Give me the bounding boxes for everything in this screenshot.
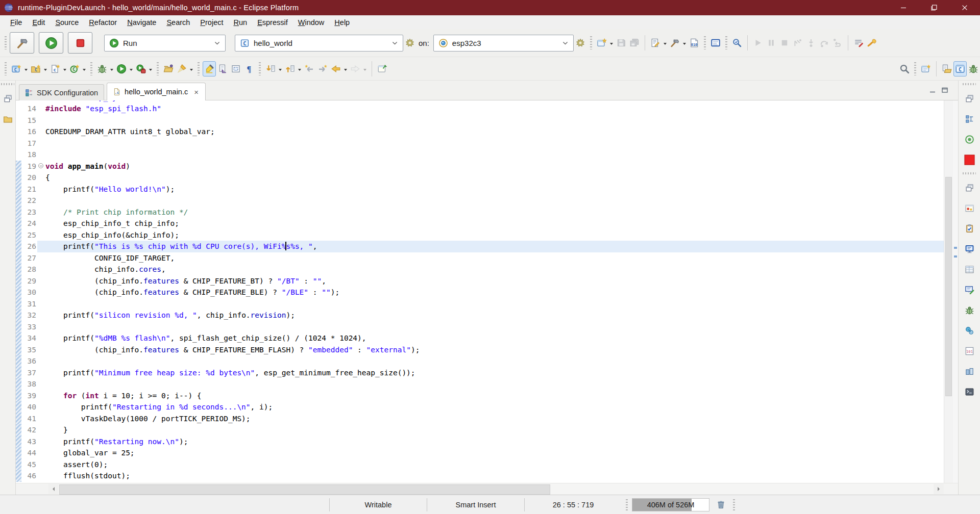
mark-occurrences-icon[interactable] bbox=[203, 61, 216, 76]
code-line-33[interactable]: 33 bbox=[16, 321, 944, 333]
maximize-button[interactable] bbox=[919, 0, 949, 15]
code-line-20[interactable]: 20{ bbox=[16, 172, 944, 184]
code-line-body[interactable]: printf("%dMB %s flash\n", spi_flash_get_… bbox=[37, 332, 944, 344]
code-line-body[interactable] bbox=[37, 149, 944, 161]
dropdown-arrow-icon[interactable] bbox=[42, 61, 48, 76]
code-line-body[interactable]: printf("This is %s chip with %d CPU core… bbox=[37, 241, 944, 252]
code-line-body[interactable]: (chip_info.features & CHIP_FEATURE_BT) ?… bbox=[37, 275, 944, 287]
last-edit-location-icon[interactable] bbox=[216, 61, 229, 76]
search-icon[interactable] bbox=[898, 61, 911, 76]
code-line-25[interactable]: 25 esp_chip_info(&chip_info); bbox=[16, 229, 944, 241]
code-line-45[interactable]: 45 assert(0); bbox=[16, 459, 944, 471]
code-line-42[interactable]: 42 } bbox=[16, 424, 944, 436]
code-line-27[interactable]: 27 CONFIG_IDF_TARGET, bbox=[16, 252, 944, 264]
menu-item-help[interactable]: Help bbox=[329, 18, 355, 27]
code-line-18[interactable]: 18 bbox=[16, 149, 944, 161]
build-project-button[interactable] bbox=[10, 32, 34, 54]
last-edit-forward-icon[interactable] bbox=[316, 61, 329, 76]
dropdown-arrow-icon[interactable] bbox=[608, 35, 615, 50]
code-line-body[interactable]: printf("Restarting in %d seconds...\n", … bbox=[37, 401, 944, 413]
search-torch-icon[interactable] bbox=[175, 61, 188, 76]
restore-views-bottom-button[interactable] bbox=[963, 180, 976, 195]
open-console-icon[interactable] bbox=[709, 35, 722, 50]
menu-item-refactor[interactable]: Refactor bbox=[84, 18, 122, 27]
code-line-23[interactable]: 23 /* Print chip information */ bbox=[16, 207, 944, 218]
launch-run-button[interactable] bbox=[39, 32, 63, 54]
debug-view-button[interactable] bbox=[963, 302, 976, 318]
build-configuration-icon[interactable] bbox=[649, 35, 662, 50]
code-line-body[interactable]: −void app_main(void) bbox=[37, 161, 944, 172]
target-combo[interactable]: esp32c3 bbox=[433, 35, 574, 52]
code-line-body[interactable]: CONFIG_IDF_TARGET, bbox=[37, 252, 944, 264]
menu-item-project[interactable]: Project bbox=[195, 18, 228, 27]
code-line-21[interactable]: 21 printf("Hello world!\n"); bbox=[16, 184, 944, 195]
tasks-view-button[interactable] bbox=[963, 221, 976, 236]
dropdown-arrow-icon[interactable] bbox=[297, 61, 303, 76]
minimize-button[interactable] bbox=[888, 0, 919, 15]
code-line-body[interactable]: printf("silicon revision %d, ", chip_inf… bbox=[37, 310, 944, 321]
code-line-body[interactable] bbox=[37, 355, 944, 367]
code-line-29[interactable]: 29 (chip_info.features & CHIP_FEATURE_BT… bbox=[16, 275, 944, 287]
memory-view-button[interactable] bbox=[963, 282, 976, 297]
dropdown-arrow-icon[interactable] bbox=[81, 61, 87, 76]
code-line-39[interactable]: 39 for (int i = 10; i >= 0; i--) { bbox=[16, 390, 944, 402]
scroll-right-arrow[interactable] bbox=[934, 484, 944, 494]
code-line-body[interactable]: #include "esp_spi_flash.h" bbox=[37, 103, 944, 115]
code-line-body[interactable] bbox=[37, 138, 944, 149]
code-line-body[interactable]: esp_chip_info(&chip_info); bbox=[37, 229, 944, 241]
block-selection-icon[interactable] bbox=[229, 61, 242, 76]
code-line-17[interactable]: 17 bbox=[16, 138, 944, 149]
code-line-body[interactable]: } bbox=[37, 424, 944, 436]
target-view-button[interactable] bbox=[963, 132, 976, 147]
dropdown-arrow-icon[interactable] bbox=[23, 61, 29, 76]
restore-views-button[interactable] bbox=[1, 91, 14, 106]
new-source-file-icon[interactable]: c bbox=[48, 61, 62, 76]
code-line-30[interactable]: 30 (chip_info.features & CHIP_FEATURE_BL… bbox=[16, 287, 944, 298]
open-perspective-icon[interactable] bbox=[919, 61, 933, 76]
code-line-19[interactable]: 19−void app_main(void) bbox=[16, 161, 944, 172]
modules-view-button[interactable] bbox=[963, 364, 976, 379]
previous-annotation-icon[interactable] bbox=[283, 61, 297, 76]
vertical-scrollbar-thumb[interactable] bbox=[945, 177, 952, 396]
code-line-41[interactable]: 41 vTaskDelay(1000 / portTICK_PERIOD_MS)… bbox=[16, 413, 944, 425]
code-line-46[interactable]: 46 fflush(stdout); bbox=[16, 470, 944, 482]
code-line-body[interactable]: { bbox=[37, 172, 944, 184]
console-view-button[interactable] bbox=[963, 241, 976, 256]
code-line-16[interactable]: 16COREDUMP_DRAM_ATTR uint8_t global_var; bbox=[16, 126, 944, 138]
target-settings-icon[interactable] bbox=[574, 35, 587, 50]
horizontal-scrollbar-track[interactable] bbox=[59, 484, 934, 494]
new-c-project-icon[interactable]: C bbox=[10, 61, 23, 76]
scroll-left-arrow[interactable] bbox=[48, 484, 59, 494]
code-line-15[interactable]: 15 bbox=[16, 115, 944, 126]
code-line-32[interactable]: 32 printf("silicon revision %d, ", chip_… bbox=[16, 310, 944, 321]
new-source-folder-icon[interactable]: C bbox=[29, 61, 42, 76]
code-line-31[interactable]: 31 bbox=[16, 298, 944, 310]
debug-icon[interactable] bbox=[95, 61, 109, 76]
dropdown-arrow-icon[interactable] bbox=[128, 61, 134, 76]
code-line-body[interactable]: vTaskDelay(1000 / portTICK_PERIOD_MS); bbox=[37, 413, 944, 425]
menu-item-run[interactable]: Run bbox=[229, 18, 253, 27]
dropdown-arrow-icon[interactable] bbox=[148, 61, 154, 76]
menu-item-search[interactable]: Search bbox=[161, 18, 195, 27]
code-line-body[interactable]: printf("Minimum free heap size: %d bytes… bbox=[37, 367, 944, 379]
tab-close-icon[interactable]: × bbox=[193, 88, 200, 96]
code-line-24[interactable]: 24 esp_chip_info_t chip_info; bbox=[16, 218, 944, 229]
close-button[interactable] bbox=[949, 0, 980, 15]
registers-view-button[interactable]: 101 bbox=[963, 343, 976, 358]
cpp-perspective-icon[interactable]: C bbox=[953, 61, 967, 76]
vertical-scrollbar[interactable] bbox=[944, 100, 953, 483]
code-line-26[interactable]: 26 printf("This is %s chip with %d CPU c… bbox=[16, 241, 944, 252]
code-editor[interactable]: 13#include "esp_system.h"14#include "esp… bbox=[16, 100, 958, 483]
build-all-icon[interactable] bbox=[668, 35, 681, 50]
launch-mode-combo[interactable]: Run bbox=[104, 35, 226, 52]
code-line-43[interactable]: 43 printf("Restarting now.\n"); bbox=[16, 436, 944, 448]
code-line-38[interactable]: 38 bbox=[16, 378, 944, 390]
new-wizard-icon[interactable] bbox=[595, 35, 608, 50]
code-line-body[interactable]: assert(0); bbox=[37, 459, 944, 471]
code-line-body[interactable]: (chip_info.features & CHIP_FEATURE_BLE) … bbox=[37, 287, 944, 298]
restore-views-top-button[interactable] bbox=[963, 91, 976, 106]
menu-item-file[interactable]: File bbox=[5, 18, 27, 27]
code-line-body[interactable] bbox=[37, 298, 944, 310]
maximize-view-button[interactable] bbox=[939, 83, 951, 98]
code-line-body[interactable]: global_var = 25; bbox=[37, 447, 944, 459]
